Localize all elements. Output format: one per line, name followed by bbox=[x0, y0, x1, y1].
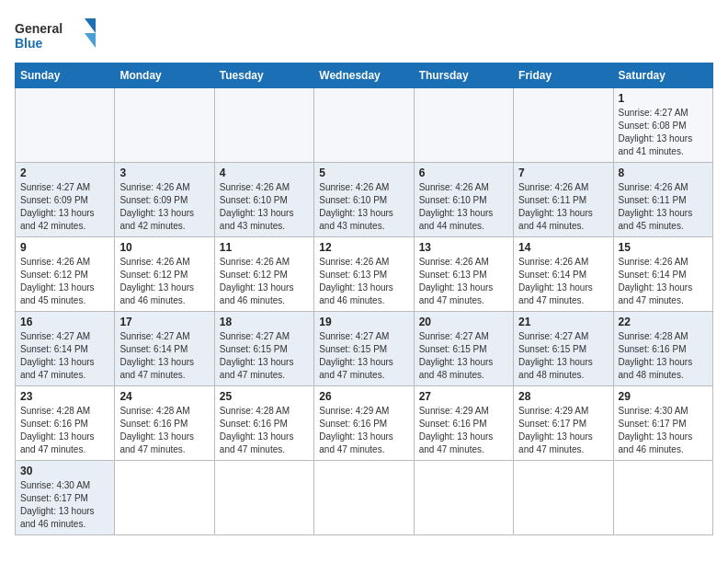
calendar-cell: 21Sunrise: 4:27 AM Sunset: 6:15 PM Dayli… bbox=[514, 312, 613, 386]
day-info: Sunrise: 4:26 AM Sunset: 6:12 PM Dayligh… bbox=[20, 256, 109, 307]
day-info: Sunrise: 4:29 AM Sunset: 6:16 PM Dayligh… bbox=[419, 405, 508, 456]
calendar-cell: 13Sunrise: 4:26 AM Sunset: 6:13 PM Dayli… bbox=[414, 237, 513, 312]
weekday-header-wednesday: Wednesday bbox=[314, 63, 414, 88]
day-number: 11 bbox=[220, 241, 309, 254]
calendar-cell: 23Sunrise: 4:28 AM Sunset: 6:16 PM Dayli… bbox=[16, 386, 115, 461]
calendar-cell: 14Sunrise: 4:26 AM Sunset: 6:14 PM Dayli… bbox=[514, 237, 613, 312]
day-number: 8 bbox=[619, 167, 708, 179]
calendar-cell: 24Sunrise: 4:28 AM Sunset: 6:16 PM Dayli… bbox=[115, 386, 214, 461]
day-number: 13 bbox=[419, 241, 508, 254]
weekday-header-saturday: Saturday bbox=[613, 63, 712, 88]
calendar-cell: 1Sunrise: 4:27 AM Sunset: 6:08 PM Daylig… bbox=[613, 88, 712, 163]
day-number: 25 bbox=[220, 390, 309, 403]
day-number: 27 bbox=[419, 390, 508, 403]
calendar-cell: 4Sunrise: 4:26 AM Sunset: 6:10 PM Daylig… bbox=[214, 163, 313, 237]
calendar-cell bbox=[414, 461, 513, 535]
svg-text:Blue: Blue bbox=[15, 36, 43, 51]
calendar-cell: 10Sunrise: 4:26 AM Sunset: 6:12 PM Dayli… bbox=[115, 237, 214, 312]
day-number: 16 bbox=[20, 316, 109, 328]
day-info: Sunrise: 4:28 AM Sunset: 6:16 PM Dayligh… bbox=[619, 330, 708, 382]
day-number: 6 bbox=[419, 167, 508, 179]
day-number: 29 bbox=[619, 390, 708, 403]
header: General Blue bbox=[15, 15, 713, 55]
day-number: 7 bbox=[518, 167, 608, 179]
day-info: Sunrise: 4:26 AM Sunset: 6:13 PM Dayligh… bbox=[419, 256, 508, 307]
day-number: 1 bbox=[619, 92, 708, 105]
day-info: Sunrise: 4:28 AM Sunset: 6:16 PM Dayligh… bbox=[119, 405, 209, 456]
calendar-week-3: 16Sunrise: 4:27 AM Sunset: 6:14 PM Dayli… bbox=[16, 312, 713, 386]
day-info: Sunrise: 4:27 AM Sunset: 6:15 PM Dayligh… bbox=[319, 330, 408, 382]
calendar-cell: 30Sunrise: 4:30 AM Sunset: 6:17 PM Dayli… bbox=[16, 461, 115, 535]
day-number: 9 bbox=[20, 241, 109, 254]
logo-svg: General Blue bbox=[15, 15, 97, 55]
svg-text:General: General bbox=[15, 21, 63, 36]
calendar-cell bbox=[115, 461, 214, 535]
weekday-header-sunday: Sunday bbox=[16, 63, 115, 88]
day-info: Sunrise: 4:29 AM Sunset: 6:17 PM Dayligh… bbox=[518, 405, 608, 456]
calendar-cell: 25Sunrise: 4:28 AM Sunset: 6:16 PM Dayli… bbox=[214, 386, 313, 461]
weekday-header-row: SundayMondayTuesdayWednesdayThursdayFrid… bbox=[16, 63, 713, 88]
weekday-header-tuesday: Tuesday bbox=[214, 63, 313, 88]
day-number: 4 bbox=[220, 167, 309, 179]
calendar-cell: 6Sunrise: 4:26 AM Sunset: 6:10 PM Daylig… bbox=[414, 163, 513, 237]
day-number: 19 bbox=[319, 316, 408, 328]
day-info: Sunrise: 4:29 AM Sunset: 6:16 PM Dayligh… bbox=[319, 405, 408, 456]
calendar-cell: 27Sunrise: 4:29 AM Sunset: 6:16 PM Dayli… bbox=[414, 386, 513, 461]
day-info: Sunrise: 4:28 AM Sunset: 6:16 PM Dayligh… bbox=[20, 405, 109, 456]
calendar-cell: 9Sunrise: 4:26 AM Sunset: 6:12 PM Daylig… bbox=[16, 237, 115, 312]
day-info: Sunrise: 4:30 AM Sunset: 6:17 PM Dayligh… bbox=[619, 405, 708, 456]
day-number: 30 bbox=[20, 465, 109, 477]
calendar-cell: 12Sunrise: 4:26 AM Sunset: 6:13 PM Dayli… bbox=[314, 237, 414, 312]
day-info: Sunrise: 4:26 AM Sunset: 6:14 PM Dayligh… bbox=[518, 256, 608, 307]
calendar-cell: 29Sunrise: 4:30 AM Sunset: 6:17 PM Dayli… bbox=[613, 386, 712, 461]
calendar-cell: 8Sunrise: 4:26 AM Sunset: 6:11 PM Daylig… bbox=[613, 163, 712, 237]
calendar-cell: 5Sunrise: 4:26 AM Sunset: 6:10 PM Daylig… bbox=[314, 163, 414, 237]
calendar-week-1: 2Sunrise: 4:27 AM Sunset: 6:09 PM Daylig… bbox=[16, 163, 713, 237]
day-number: 17 bbox=[119, 316, 209, 328]
weekday-header-friday: Friday bbox=[514, 63, 613, 88]
day-info: Sunrise: 4:26 AM Sunset: 6:11 PM Dayligh… bbox=[518, 181, 608, 233]
calendar-cell bbox=[314, 461, 414, 535]
day-number: 3 bbox=[119, 167, 209, 179]
day-info: Sunrise: 4:27 AM Sunset: 6:14 PM Dayligh… bbox=[119, 330, 209, 382]
day-info: Sunrise: 4:27 AM Sunset: 6:15 PM Dayligh… bbox=[419, 330, 508, 382]
calendar-cell: 18Sunrise: 4:27 AM Sunset: 6:15 PM Dayli… bbox=[214, 312, 313, 386]
calendar-cell: 26Sunrise: 4:29 AM Sunset: 6:16 PM Dayli… bbox=[314, 386, 414, 461]
day-number: 20 bbox=[419, 316, 508, 328]
calendar-cell: 16Sunrise: 4:27 AM Sunset: 6:14 PM Dayli… bbox=[16, 312, 115, 386]
day-number: 14 bbox=[518, 241, 608, 254]
calendar-cell: 20Sunrise: 4:27 AM Sunset: 6:15 PM Dayli… bbox=[414, 312, 513, 386]
calendar-cell bbox=[314, 88, 414, 163]
calendar-cell: 2Sunrise: 4:27 AM Sunset: 6:09 PM Daylig… bbox=[16, 163, 115, 237]
day-info: Sunrise: 4:26 AM Sunset: 6:13 PM Dayligh… bbox=[319, 256, 408, 307]
day-info: Sunrise: 4:27 AM Sunset: 6:14 PM Dayligh… bbox=[20, 330, 109, 382]
day-number: 23 bbox=[20, 390, 109, 403]
calendar-cell bbox=[414, 88, 513, 163]
day-info: Sunrise: 4:26 AM Sunset: 6:12 PM Dayligh… bbox=[220, 256, 309, 307]
calendar-cell bbox=[214, 88, 313, 163]
day-number: 18 bbox=[220, 316, 309, 328]
svg-marker-3 bbox=[85, 33, 96, 48]
weekday-header-monday: Monday bbox=[115, 63, 214, 88]
day-number: 10 bbox=[119, 241, 209, 254]
day-info: Sunrise: 4:26 AM Sunset: 6:10 PM Dayligh… bbox=[419, 181, 508, 233]
svg-marker-2 bbox=[85, 18, 96, 33]
calendar-cell: 15Sunrise: 4:26 AM Sunset: 6:14 PM Dayli… bbox=[613, 237, 712, 312]
day-number: 28 bbox=[518, 390, 608, 403]
calendar-cell: 11Sunrise: 4:26 AM Sunset: 6:12 PM Dayli… bbox=[214, 237, 313, 312]
calendar-cell: 3Sunrise: 4:26 AM Sunset: 6:09 PM Daylig… bbox=[115, 163, 214, 237]
day-number: 21 bbox=[518, 316, 608, 328]
calendar-week-0: 1Sunrise: 4:27 AM Sunset: 6:08 PM Daylig… bbox=[16, 88, 713, 163]
day-number: 5 bbox=[319, 167, 408, 179]
day-info: Sunrise: 4:27 AM Sunset: 6:15 PM Dayligh… bbox=[518, 330, 608, 382]
day-number: 26 bbox=[319, 390, 408, 403]
calendar-cell: 22Sunrise: 4:28 AM Sunset: 6:16 PM Dayli… bbox=[613, 312, 712, 386]
day-info: Sunrise: 4:26 AM Sunset: 6:14 PM Dayligh… bbox=[619, 256, 708, 307]
calendar-cell bbox=[214, 461, 313, 535]
day-info: Sunrise: 4:27 AM Sunset: 6:15 PM Dayligh… bbox=[220, 330, 309, 382]
calendar-cell: 7Sunrise: 4:26 AM Sunset: 6:11 PM Daylig… bbox=[514, 163, 613, 237]
calendar-cell bbox=[16, 88, 115, 163]
calendar-week-5: 30Sunrise: 4:30 AM Sunset: 6:17 PM Dayli… bbox=[16, 461, 713, 535]
weekday-header-thursday: Thursday bbox=[414, 63, 513, 88]
day-info: Sunrise: 4:27 AM Sunset: 6:08 PM Dayligh… bbox=[619, 107, 708, 158]
